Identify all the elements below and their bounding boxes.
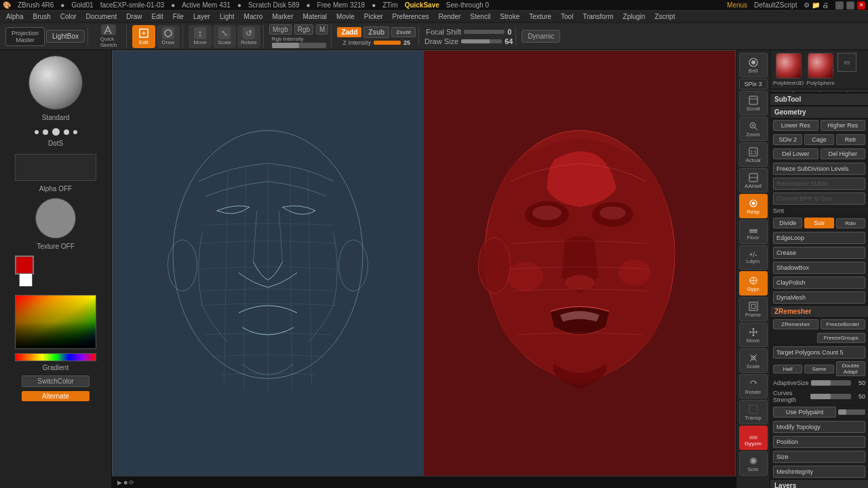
color-gradient[interactable] — [15, 295, 96, 349]
thumb-sphere-1[interactable] — [776, 53, 802, 79]
menu-brush[interactable]: Brush — [31, 12, 53, 21]
brill-button[interactable]: Brill — [739, 53, 768, 77]
zsubt-button[interactable]: Zsubt — [391, 27, 416, 37]
thumb-item-1[interactable]: PolyMesh3D — [773, 53, 804, 86]
brush-preview[interactable] — [3, 128, 108, 136]
rgb-intensity-slider[interactable] — [272, 43, 326, 48]
zremesher-header[interactable]: ZRemesher — [770, 305, 868, 318]
del-higher-button[interactable]: Del Higher — [821, 148, 866, 159]
resp-button[interactable]: Resp — [739, 194, 768, 218]
quick-sketch-button[interactable]: QuickSketch — [94, 25, 123, 48]
scale-button[interactable]: ⤡ Scale — [213, 25, 236, 48]
menus-label[interactable]: Menus — [727, 1, 747, 9]
rotate-button[interactable]: ↺ Rotate — [237, 25, 260, 48]
rt-rotate-button[interactable]: Rotate — [739, 374, 768, 399]
shadowbox-button[interactable]: ShadowBox — [773, 262, 865, 274]
freeze-subdivision-button[interactable]: Freeze SubDivision Levels — [773, 163, 865, 175]
rgb-button[interactable]: Rgb — [294, 24, 313, 35]
texture-sphere[interactable] — [35, 198, 76, 239]
see-through-label[interactable]: See-through 0 — [446, 1, 489, 9]
half-button[interactable]: Half — [773, 365, 802, 373]
foreground-color[interactable] — [15, 256, 34, 274]
zsub-button[interactable]: Zsub — [363, 26, 389, 38]
minimize-button[interactable]: - — [835, 1, 844, 9]
menu-picker[interactable]: Picker — [362, 12, 385, 21]
freeze-border-button[interactable]: FreezeBorder — [821, 319, 866, 329]
canvas-area[interactable]: ▶ ■ ⟳ — [112, 50, 736, 488]
subtool-header[interactable]: SubTool — [770, 93, 868, 106]
thumb-sphere-2[interactable] — [808, 53, 833, 79]
menu-transform[interactable]: Transform — [580, 12, 615, 21]
mesh-integrity-button[interactable]: MeshIntegrity — [773, 466, 865, 478]
menu-file[interactable]: File — [171, 12, 186, 21]
use-polypaint-button[interactable]: Use Polypaint — [773, 407, 836, 418]
menu-edit[interactable]: Edit — [150, 12, 165, 21]
freeze-groups-button[interactable]: FreezeGroups — [817, 333, 866, 343]
m-button[interactable]: M — [316, 24, 328, 35]
focal-shift-slider[interactable] — [464, 30, 505, 34]
ldym-button[interactable]: +/- Ldym — [739, 245, 768, 270]
edit-button[interactable]: Edit — [132, 25, 155, 48]
menu-zplugin[interactable]: Zplugin — [621, 12, 648, 21]
thumb-item-2[interactable]: PolySphere — [806, 53, 834, 86]
menu-stencil[interactable]: Stencil — [468, 12, 492, 21]
move-button[interactable]: ↕ Move — [189, 25, 212, 48]
transp-button[interactable]: Transp — [739, 400, 768, 424]
position-button[interactable]: Position — [773, 436, 865, 448]
rt-scale-button[interactable]: Scale — [739, 348, 768, 373]
menu-stroke[interactable]: Stroke — [498, 12, 521, 21]
hue-slider[interactable] — [15, 353, 96, 361]
maximize-button[interactable]: □ — [846, 1, 854, 9]
claypolish-button[interactable]: ClayPolish — [773, 277, 865, 289]
del-lower-button[interactable]: Del Lower — [773, 148, 818, 159]
menu-zscript[interactable]: Zscript — [652, 12, 677, 21]
modify-topology-button[interactable]: Modify Topology — [773, 421, 865, 433]
rdiv-button[interactable]: Rdiv — [836, 218, 865, 228]
mrgb-button[interactable]: Mrgb — [269, 24, 292, 35]
menu-movie[interactable]: Movie — [334, 12, 357, 21]
floor-red-button[interactable]: Gyyzm — [739, 426, 768, 450]
zadd-button[interactable]: Zadd — [337, 27, 361, 37]
layers-header[interactable]: Layers — [770, 479, 868, 488]
suv-button[interactable]: Suv — [804, 218, 833, 228]
cage-button[interactable]: Cage — [804, 134, 833, 145]
zoom-button[interactable]: Zoom — [739, 117, 768, 141]
menu-macro[interactable]: Macro — [242, 12, 265, 21]
menu-marker[interactable]: Marker — [270, 12, 295, 21]
alternate-button[interactable]: Alternate — [22, 391, 90, 401]
draw-size-slider[interactable] — [461, 39, 502, 43]
menu-draw[interactable]: Draw — [124, 12, 144, 21]
reconstruct-subtle-button[interactable]: Reconstruct Subtle — [773, 178, 865, 190]
quicksave-button[interactable]: QuickSave — [405, 1, 439, 9]
lightbox-button[interactable]: LightBox — [46, 30, 85, 43]
menu-render[interactable]: Render — [437, 12, 463, 21]
menu-texture[interactable]: Texture — [527, 12, 553, 21]
thumb-item-3[interactable]: 89 — [837, 53, 856, 86]
menu-material[interactable]: Material — [301, 12, 330, 21]
switch-color-button[interactable]: SwitchColor — [22, 375, 90, 387]
target-polygons-button[interactable]: Target Polygons Count 5 — [773, 346, 865, 359]
menu-document[interactable]: Document — [84, 12, 119, 21]
retr-button[interactable]: Retr — [836, 134, 865, 145]
adaptive-size-slider[interactable] — [811, 380, 851, 386]
lower-res-button[interactable]: Lower Res — [773, 120, 818, 131]
close-button[interactable]: ✕ — [857, 1, 865, 9]
geometry-header[interactable]: Geometry — [770, 106, 868, 119]
rt-move-button[interactable]: Move — [739, 323, 768, 347]
scroll-button[interactable]: Scroll — [739, 91, 768, 115]
dynamesh-button[interactable]: DynaMesh — [773, 291, 865, 304]
sdiv-button[interactable]: SDiv 2 — [773, 134, 802, 145]
menu-light[interactable]: Light — [218, 12, 237, 21]
crease-button[interactable]: Crease — [773, 247, 865, 259]
alpha-preview[interactable] — [15, 154, 96, 181]
draw-button[interactable]: Draw — [157, 25, 180, 48]
color-intensity-slider[interactable] — [838, 409, 865, 415]
background-color[interactable] — [19, 273, 33, 287]
menu-layer[interactable]: Layer — [191, 12, 212, 21]
zremesher-btn[interactable]: ZRemesher — [773, 319, 818, 329]
aahalf-button[interactable]: AAHalf — [739, 168, 768, 192]
floor-button[interactable]: Floor — [739, 220, 768, 244]
menu-alpha[interactable]: Alpha — [4, 12, 26, 21]
dynamic-button[interactable]: Dynamic — [521, 30, 560, 43]
curves-strength-slider[interactable] — [810, 394, 851, 399]
